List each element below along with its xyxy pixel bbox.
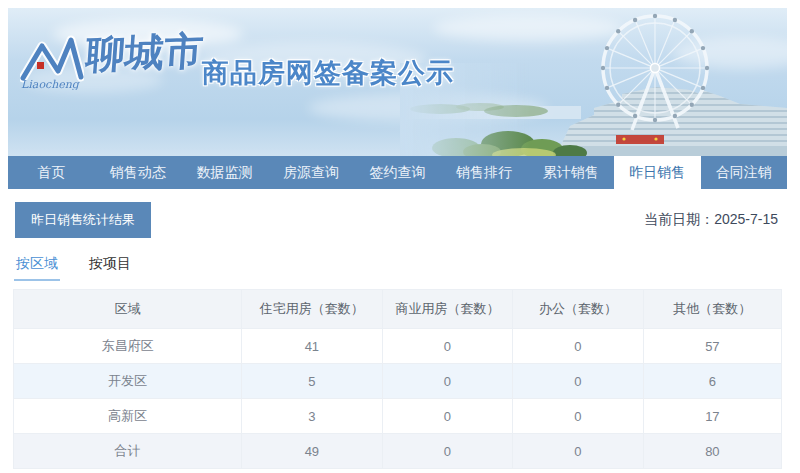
column-header-region: 区域 <box>14 290 242 329</box>
site-banner: Liaocheng 聊城市 商品房网签备案公示 <box>8 8 787 156</box>
residential-cell: 5 <box>242 364 383 399</box>
toolbar: 昨日销售统计结果 当前日期：2025-7-15 <box>15 202 778 238</box>
office-cell: 0 <box>513 364 644 399</box>
column-header-office: 办公（套数） <box>513 290 644 329</box>
commercial-cell: 0 <box>382 329 513 364</box>
commercial-cell: 0 <box>382 399 513 434</box>
region-cell: 合计 <box>14 434 242 469</box>
table-header-row: 区域 住宅用房（套数） 商业用房（套数） 办公（套数） 其他（套数） <box>14 290 782 329</box>
table-row: 开发区 5 0 0 6 <box>14 364 782 399</box>
nav-item-sales-activity[interactable]: 销售动态 <box>95 156 182 189</box>
office-cell: 0 <box>513 399 644 434</box>
view-tabs: 按区域 按项目 <box>15 253 787 281</box>
banner-title: 商品房网签备案公示 <box>202 55 454 91</box>
sales-statistics-table: 区域 住宅用房（套数） 商业用房（套数） 办公（套数） 其他（套数） 东昌府区 … <box>13 289 782 469</box>
nav-item-signing-search[interactable]: 签约查询 <box>354 156 441 189</box>
tab-by-region[interactable]: 按区域 <box>15 253 59 281</box>
main-navigation: 首页 销售动态 数据监测 房源查询 签约查询 销售排行 累计销售 昨日销售 合同… <box>8 156 787 189</box>
page: Liaocheng 聊城市 商品房网签备案公示 首页 销售动态 数据监测 房源查… <box>8 8 787 469</box>
nav-item-sales-ranking[interactable]: 销售排行 <box>441 156 528 189</box>
region-cell: 开发区 <box>14 364 242 399</box>
commercial-cell: 0 <box>382 364 513 399</box>
other-cell: 57 <box>643 329 781 364</box>
current-date: 当前日期：2025-7-15 <box>644 211 778 229</box>
table-row: 高新区 3 0 0 17 <box>14 399 782 434</box>
nav-item-home[interactable]: 首页 <box>8 156 95 189</box>
nav-item-yesterday-sales[interactable]: 昨日销售 <box>614 156 701 189</box>
city-name-calligraphy: 聊城市 <box>84 24 205 82</box>
column-header-residential: 住宅用房（套数） <box>242 290 383 329</box>
column-header-other: 其他（套数） <box>643 290 781 329</box>
table-row: 东昌府区 41 0 0 57 <box>14 329 782 364</box>
nav-item-cumulative-sales[interactable]: 累计销售 <box>527 156 614 189</box>
nav-item-listing-search[interactable]: 房源查询 <box>268 156 355 189</box>
other-cell: 17 <box>643 399 781 434</box>
nav-item-data-monitoring[interactable]: 数据监测 <box>181 156 268 189</box>
content-area: 昨日销售统计结果 当前日期：2025-7-15 按区域 按项目 区域 住宅用房（… <box>8 202 787 469</box>
current-date-value: 2025-7-15 <box>714 211 778 227</box>
tab-by-project[interactable]: 按项目 <box>88 253 132 281</box>
yesterday-sales-result-button[interactable]: 昨日销售统计结果 <box>15 202 151 238</box>
residential-cell: 49 <box>242 434 383 469</box>
residential-cell: 41 <box>242 329 383 364</box>
office-cell: 0 <box>513 329 644 364</box>
table-row-total: 合计 49 0 0 80 <box>14 434 782 469</box>
other-cell: 80 <box>643 434 781 469</box>
residential-cell: 3 <box>242 399 383 434</box>
region-cell: 东昌府区 <box>14 329 242 364</box>
current-date-label: 当前日期： <box>644 211 714 227</box>
city-logo-icon: Liaocheng <box>20 32 84 90</box>
office-cell: 0 <box>513 434 644 469</box>
other-cell: 6 <box>643 364 781 399</box>
commercial-cell: 0 <box>382 434 513 469</box>
logo-script-label: Liaocheng <box>21 78 81 90</box>
column-header-commercial: 商业用房（套数） <box>382 290 513 329</box>
nav-item-contract-cancellation[interactable]: 合同注销 <box>701 156 788 189</box>
region-cell: 高新区 <box>14 399 242 434</box>
